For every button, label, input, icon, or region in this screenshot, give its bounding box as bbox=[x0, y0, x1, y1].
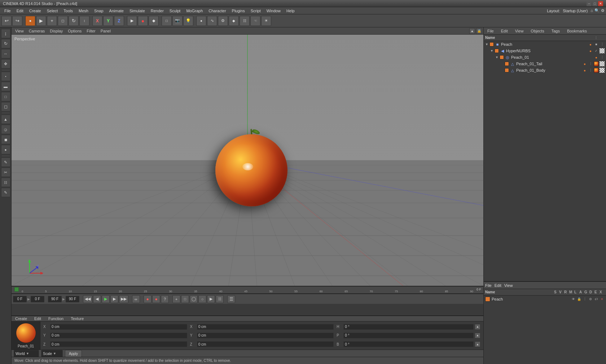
select-tool-button[interactable]: ✥ bbox=[1, 59, 10, 68]
current-frame-field[interactable]: 0 F bbox=[13, 296, 27, 302]
loop-button[interactable]: ∞ bbox=[132, 295, 140, 303]
step-back-button[interactable]: ◀ bbox=[93, 295, 101, 303]
dope-sheet-button[interactable]: ☷ bbox=[216, 295, 224, 303]
layer-button[interactable]: ☰ bbox=[227, 295, 235, 303]
om-menu-edit[interactable]: Edit bbox=[499, 28, 510, 34]
y-pos-field[interactable]: 0 cm bbox=[50, 333, 187, 338]
polygon-pen-button[interactable]: ✎ bbox=[1, 157, 10, 167]
om-arrow-peach[interactable]: ▼ bbox=[485, 43, 489, 46]
om-row-peach[interactable]: ▼ ■ Peach ● ■ ⋮ bbox=[484, 41, 606, 48]
om-menu-file[interactable]: File bbox=[485, 28, 496, 34]
vp-maximize-icon[interactable]: ▲ bbox=[469, 28, 475, 34]
knife-button[interactable]: ✂ bbox=[1, 168, 10, 177]
texture-tag-button[interactable]: ☷ bbox=[1, 178, 10, 187]
menu-animate[interactable]: Animate bbox=[106, 8, 127, 14]
step-forward-button[interactable]: ▶ bbox=[110, 295, 118, 303]
close-button[interactable]: ✕ bbox=[598, 1, 603, 6]
menu-snap[interactable]: Snap bbox=[91, 8, 106, 14]
vp-menu-view[interactable]: View bbox=[13, 28, 26, 34]
om-arrow-peach01[interactable]: ▼ bbox=[495, 56, 500, 59]
frame-input-field[interactable]: 0 F bbox=[31, 296, 44, 302]
tail-icon2[interactable]: ⋮ bbox=[588, 61, 593, 66]
peach-icon3[interactable]: ⋮ bbox=[600, 42, 605, 47]
mat-menu-file[interactable]: File bbox=[485, 283, 492, 288]
motion-path-button[interactable]: ◯ bbox=[190, 295, 198, 303]
p-inc-button[interactable]: ▲ bbox=[475, 333, 480, 338]
bp-tab-function[interactable]: Function bbox=[46, 316, 66, 321]
end-frame-field[interactable]: 90 F bbox=[48, 296, 62, 302]
peach01-icon1[interactable]: ● bbox=[594, 55, 599, 60]
timeline-ruler[interactable]: 0 5 10 15 20 25 30 35 40 45 50 55 60 65 bbox=[12, 287, 483, 294]
add-keyframe-button[interactable]: + bbox=[172, 295, 180, 303]
om-row-peach01-body[interactable]: ▶ △ Peach_01_Body ● ⋮ bbox=[484, 67, 606, 74]
mat-menu-edit[interactable]: Edit bbox=[495, 283, 501, 288]
body-icon2[interactable]: ⋮ bbox=[588, 68, 593, 73]
play-forward-button[interactable]: ▶ bbox=[102, 295, 110, 303]
vp-menu-cameras[interactable]: Cameras bbox=[27, 28, 47, 34]
minimize-button[interactable]: – bbox=[587, 1, 592, 6]
b-inc-button[interactable]: ▲ bbox=[475, 341, 480, 347]
edges-mode-button[interactable]: ▬ bbox=[1, 82, 10, 91]
menu-sculpt[interactable]: Sculpt bbox=[167, 8, 184, 14]
mat-icon-lock[interactable]: 🔒 bbox=[576, 297, 581, 302]
primitive-button[interactable]: ● bbox=[196, 16, 206, 26]
menu-mograph[interactable]: MoGraph bbox=[183, 8, 206, 14]
deformer-button[interactable]: ◆ bbox=[229, 16, 239, 26]
goto-end-button[interactable]: ▶▶ bbox=[119, 295, 128, 303]
z-axis-button[interactable]: Z bbox=[114, 16, 124, 26]
y-axis-button[interactable]: Y bbox=[103, 16, 113, 26]
menu-mesh[interactable]: Mesh bbox=[76, 8, 91, 14]
gear-icon[interactable]: ⚙ bbox=[601, 8, 605, 13]
x-axis-button[interactable]: X bbox=[92, 16, 102, 26]
polygons-mode-button[interactable]: □ bbox=[1, 92, 10, 101]
menu-select[interactable]: Select bbox=[44, 8, 61, 14]
object-tool-button[interactable]: ◻ bbox=[58, 16, 68, 26]
play-button[interactable]: ▶ bbox=[127, 16, 137, 26]
points-mode-button[interactable]: ▪ bbox=[1, 72, 10, 81]
search-icon[interactable]: 🔍 bbox=[594, 8, 600, 13]
y-rot-field[interactable]: 0 cm bbox=[197, 333, 334, 338]
help-button[interactable]: ? bbox=[161, 295, 169, 303]
fcurve-button[interactable]: ○ bbox=[198, 295, 206, 303]
mat-icon-x[interactable]: ✕ bbox=[600, 297, 605, 302]
timeline-mode-button[interactable]: ▶ bbox=[207, 295, 215, 303]
display-button[interactable]: ☀ bbox=[261, 16, 271, 26]
z-rot-field[interactable]: 0 cm bbox=[197, 341, 334, 347]
mat-icon-tag[interactable]: 🏷 bbox=[594, 297, 599, 302]
h-field[interactable]: 0 ° bbox=[343, 324, 474, 330]
vp-menu-display[interactable]: Display bbox=[48, 28, 65, 34]
menu-edit[interactable]: Edit bbox=[14, 8, 26, 14]
peach-icon2[interactable]: ■ bbox=[594, 42, 599, 47]
om-row-peach01[interactable]: ▼ ◎ Peach_01 ● ⋮ bbox=[484, 54, 606, 61]
menu-window[interactable]: Window bbox=[264, 8, 284, 14]
menu-script[interactable]: Script bbox=[248, 8, 264, 14]
b-field[interactable]: 0 ° bbox=[343, 341, 474, 347]
generator-button[interactable]: ⚙ bbox=[218, 16, 228, 26]
vp-menu-filter[interactable]: Filter bbox=[84, 28, 97, 34]
mat-icon-dots[interactable]: ⋮ bbox=[582, 297, 587, 302]
scale-button[interactable]: ↕ bbox=[79, 16, 89, 26]
goto-start-button[interactable]: ◀◀ bbox=[83, 295, 92, 303]
total-frames-field[interactable]: 90 F bbox=[66, 296, 79, 302]
wireframe-button[interactable]: ◶ bbox=[1, 125, 10, 134]
world-dropdown[interactable]: World ▼ bbox=[14, 350, 39, 357]
redo-button[interactable]: ↪ bbox=[12, 16, 22, 26]
keyframe-button[interactable]: ◆ bbox=[149, 16, 159, 26]
scale-dropdown[interactable]: Scale ▼ bbox=[41, 350, 63, 357]
x-rot-field[interactable]: 0 cm bbox=[197, 324, 334, 330]
om-arrow-hypernurbs[interactable]: ▼ bbox=[490, 49, 495, 53]
bp-tab-edit[interactable]: Edit bbox=[32, 316, 43, 321]
mat-row-peach[interactable]: Peach 👁 🔒 ⋮ ⚙ 🏷 ✕ bbox=[484, 296, 606, 303]
om-menu-view[interactable]: View bbox=[513, 28, 526, 34]
hidden-button[interactable]: ◼ bbox=[1, 135, 10, 144]
peach01-icon2[interactable]: ⋮ bbox=[600, 55, 605, 60]
select-move-button[interactable]: ▶ bbox=[36, 16, 46, 26]
om-menu-tags[interactable]: Tags bbox=[549, 28, 562, 34]
record-button[interactable]: ● bbox=[138, 16, 148, 26]
perspective-view-button[interactable]: □ bbox=[162, 16, 172, 26]
body-icon1[interactable]: ● bbox=[582, 68, 587, 73]
gouraud-button[interactable]: ● bbox=[1, 145, 10, 154]
x-pos-field[interactable]: 0 cm bbox=[50, 324, 187, 330]
menu-simulate[interactable]: Simulate bbox=[127, 8, 148, 14]
bp-tab-texture[interactable]: Texture bbox=[69, 316, 86, 321]
